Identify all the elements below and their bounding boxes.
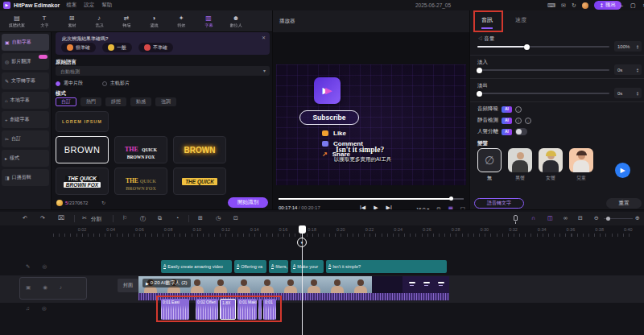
- overlap-icon[interactable]: ⊟: [578, 215, 583, 221]
- sidebar-item-0[interactable]: ▣自動字幕: [2, 34, 49, 51]
- subtitle-edit-icon[interactable]: ✎: [26, 263, 30, 270]
- subtitle-segment-0[interactable]: AEasily create amazing video: [161, 260, 232, 273]
- volume-slider[interactable]: [477, 46, 609, 48]
- video-lock-icon[interactable]: ▣: [26, 284, 31, 291]
- reset-button[interactable]: 重置: [606, 198, 642, 209]
- ribbon-item-text[interactable]: T文字: [32, 14, 56, 28]
- sidebar-item-5[interactable]: ✂自訂: [2, 130, 49, 147]
- maximize-icon[interactable]: ▢: [630, 2, 636, 9]
- speech-to-text-button[interactable]: 語音轉文字: [474, 198, 524, 209]
- refresh-icon[interactable]: ↻: [101, 200, 105, 205]
- voiceover-mic-icon[interactable]: [514, 215, 518, 221]
- ribbon-item-subtitle[interactable]: ▥字幕: [196, 14, 221, 28]
- ribbon-item-filter[interactable]: ◑濾鏡: [142, 14, 166, 28]
- sidebar-item-6[interactable]: ▸樣式: [2, 150, 49, 167]
- subtitle-segment-2[interactable]: Afilters,: [269, 260, 288, 273]
- undo-icon[interactable]: ↶: [23, 215, 27, 221]
- voice-option-male[interactable]: [508, 148, 532, 172]
- preview-progress-bar[interactable]: [279, 198, 464, 200]
- voice-option-none[interactable]: ∅: [477, 148, 502, 172]
- video-clip-label: ▶ 0:20 AI數字人 (2): [142, 279, 191, 287]
- menu-0[interactable]: 檔案: [66, 2, 76, 9]
- audio-visibility-icon[interactable]: ◎: [42, 305, 47, 312]
- redo-icon[interactable]: ↷: [40, 215, 45, 221]
- style-card-lorem[interactable]: LOREM IPSUM: [56, 111, 109, 132]
- zoom-out-icon[interactable]: ⊖: [594, 215, 599, 221]
- preview-progress-knob[interactable]: [449, 196, 453, 201]
- ribbon-item-audio[interactable]: ♪音訊: [87, 14, 111, 28]
- freeze-frame-icon[interactable]: ⊞: [198, 215, 203, 221]
- export-frame-icon[interactable]: ⊡: [233, 215, 238, 221]
- duration-icon[interactable]: ◷: [216, 215, 221, 221]
- sidebar-item-label: 口播剪輯: [12, 174, 31, 181]
- video-thumbnail: [208, 276, 232, 294]
- ribbon-item-label: 素材: [68, 23, 76, 27]
- credits-count: 5/2370672: [65, 201, 88, 205]
- style-card-brown-outline[interactable]: BROWN: [56, 136, 109, 163]
- snap-icon[interactable]: ◫: [547, 215, 553, 221]
- subtitle-visibility-icon[interactable]: ◎: [42, 263, 47, 270]
- sidebar-item-2[interactable]: ✎文字轉字幕: [2, 72, 49, 89]
- minimize-icon[interactable]: –: [620, 2, 623, 8]
- sidebar-item-7[interactable]: ◨口播剪輯: [2, 169, 49, 186]
- menu-1[interactable]: 設定: [84, 2, 94, 9]
- avatar[interactable]: [582, 2, 588, 9]
- delete-icon[interactable]: ⌧: [58, 215, 64, 221]
- video-mute-icon[interactable]: ♪: [60, 284, 62, 291]
- subtitle-segment-1[interactable]: AOffering va: [234, 260, 266, 273]
- fade-out-slider[interactable]: [477, 93, 609, 94]
- link-icon[interactable]: ∞: [564, 215, 568, 221]
- vocal-separation-toggle[interactable]: [515, 128, 527, 135]
- split-icon[interactable]: ✂: [82, 215, 87, 221]
- crop-icon[interactable]: ⧉: [158, 215, 162, 221]
- playhead-handle[interactable]: [299, 225, 306, 234]
- video-end-music-section[interactable]: [402, 276, 449, 294]
- ribbon-item-assets[interactable]: ⊞素材: [60, 14, 84, 28]
- menu-2[interactable]: 幫助: [101, 2, 112, 9]
- subtitle-segment-3[interactable]: AMake your: [291, 260, 324, 273]
- style-card-quick-partial[interactable]: THE QUICK: [173, 168, 226, 195]
- ribbon-item-transition[interactable]: ⇄轉場: [114, 14, 138, 28]
- zoom-in-icon[interactable]: ⊕: [635, 215, 640, 221]
- voice-option-child[interactable]: [569, 148, 593, 172]
- download-icon[interactable]: ↓: [525, 118, 531, 124]
- card-text: THE QUICK: [126, 172, 156, 186]
- sidebar-item-1[interactable]: ◎影片翻譯: [2, 53, 49, 70]
- fade-in-stepper[interactable]: 0s ▲▼: [614, 64, 642, 75]
- preview-canvas[interactable]: ▶▶ Subscribe Like Comment ↗ Share Isn't …: [276, 64, 466, 185]
- ai-assistant-button[interactable]: ▶: [615, 163, 630, 178]
- style-card-the-quick-magenta[interactable]: THE QUICKBROWN FOX: [114, 136, 167, 163]
- fade-out-stepper[interactable]: 0s ▲▼: [614, 88, 642, 98]
- ribbon-item-digital-human[interactable]: ☻數位人: [224, 14, 248, 28]
- magnet-icon[interactable]: ∩: [531, 215, 535, 221]
- keyboard-icon[interactable]: ⌨: [547, 2, 555, 9]
- text-tool-icon[interactable]: Ⓣ: [140, 215, 146, 223]
- ribbon-item-effects[interactable]: ✦特效: [169, 14, 193, 28]
- subtitle-segment-4[interactable]: AIsn't it simple?: [326, 260, 447, 273]
- timeline-zoom-knob[interactable]: [606, 217, 610, 221]
- style-card-brown-yellow[interactable]: BROWN: [173, 136, 226, 163]
- comment-icon: [322, 141, 328, 147]
- sidebar-item-3[interactable]: ⌂本地字幕: [2, 92, 49, 109]
- cover-button[interactable]: 封面: [118, 279, 138, 292]
- update-icon[interactable]: ↻: [572, 2, 576, 9]
- playhead-drag-icon[interactable]: ▾: [297, 238, 307, 247]
- start-recognition-button[interactable]: 開始識別: [228, 197, 268, 208]
- marker-icon[interactable]: ⚐: [122, 215, 127, 221]
- ribbon-item-media[interactable]: ▤媒體檔案: [5, 14, 29, 28]
- info-icon[interactable]: i: [515, 118, 522, 124]
- fade-in-slider[interactable]: [477, 69, 609, 71]
- style-card-quick-gold[interactable]: THE QUICKBROWN FOX: [114, 168, 167, 195]
- timeline-ruler[interactable]: 0:020:040:060:080:100:120:140:160:180:20…: [0, 226, 644, 238]
- tab-speed[interactable]: 速度: [515, 16, 526, 24]
- video-visibility-icon[interactable]: ◉: [43, 284, 47, 291]
- sidebar-item-4[interactable]: +創建字幕: [2, 111, 49, 128]
- audio-mute-icon[interactable]: ♫: [26, 305, 30, 312]
- feedback-icon[interactable]: ✉: [561, 2, 566, 9]
- style-card-quick-sticker[interactable]: THE QUICKBROWN FOX: [56, 168, 109, 195]
- sidebar-item-icon: ▣: [5, 39, 10, 45]
- volume-stepper[interactable]: 100% ▲▼: [614, 41, 642, 52]
- download-icon[interactable]: ↓: [515, 106, 522, 113]
- speed-icon[interactable]: ◔: [175, 215, 179, 221]
- voice-option-female[interactable]: [539, 148, 563, 172]
